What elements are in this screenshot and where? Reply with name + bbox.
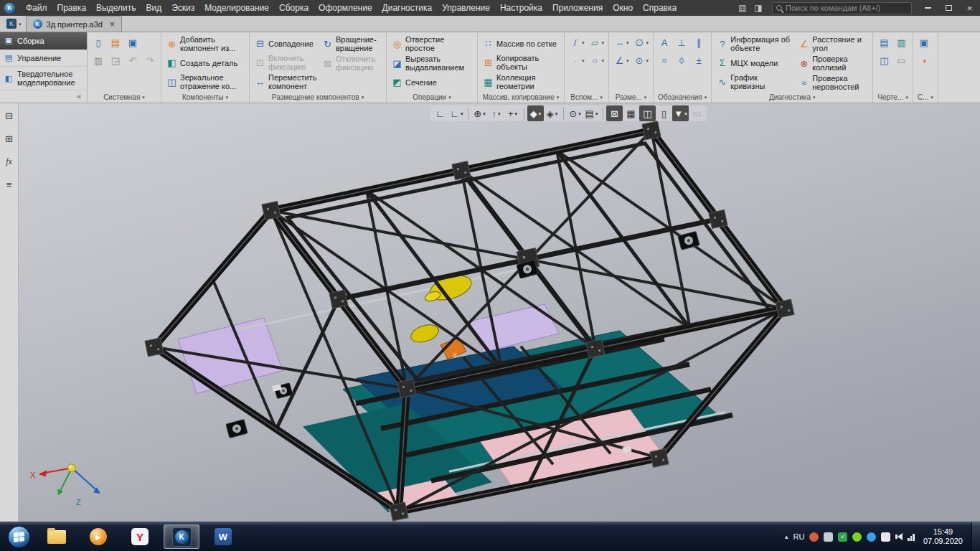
coordinate-system-button[interactable]: ∟: [432, 105, 448, 121]
object-filter-button[interactable]: ▼▾: [672, 105, 689, 121]
menu-modeling[interactable]: Моделирование: [199, 0, 274, 16]
tolerance-mark-button[interactable]: ±: [691, 52, 707, 68]
ribbon-group-label-auxiliary[interactable]: Вспом...▾: [567, 92, 606, 103]
print-button[interactable]: ▥: [90, 52, 106, 68]
menu-diagnostics[interactable]: Диагностика: [377, 0, 438, 16]
orientation-button[interactable]: ↑▾: [488, 105, 504, 121]
home-menu-button[interactable]: K ▾: [2, 17, 26, 31]
menu-select[interactable]: Выделить: [91, 0, 141, 16]
simple-hole-button[interactable]: ◎Отверстие простое: [390, 34, 474, 53]
redo-button[interactable]: ↷: [142, 52, 158, 68]
parallelism-mark-button[interactable]: ∥: [691, 34, 707, 50]
section-button[interactable]: ◩Сечение: [390, 73, 474, 91]
move-rotate-view-button[interactable]: +▾: [504, 105, 521, 121]
coincidence-button[interactable]: ⊟Совпадение: [253, 34, 319, 52]
linear-dimension-button[interactable]: ↔▾: [612, 34, 631, 50]
ribbon-group-label-designations[interactable]: Обозначения▾: [656, 92, 708, 103]
ribbon-group-label-system[interactable]: Системная▾: [90, 92, 158, 103]
3d-model-canvas[interactable]: X Z: [19, 103, 980, 522]
ribbon-group-label-drawing[interactable]: Черте...▾: [876, 92, 909, 103]
radial-dimension-button[interactable]: ⊙▾: [632, 52, 651, 68]
minimize-button[interactable]: [918, 0, 938, 16]
save-button[interactable]: ▣: [125, 34, 141, 50]
irregularity-check-button[interactable]: ≈Проверка неровностей: [796, 73, 870, 92]
show-desktop-button[interactable]: [971, 522, 980, 551]
document-tab[interactable]: K 3д принтер.a3d ×: [26, 16, 122, 32]
curvature-graph-button[interactable]: ∿График кривизны: [715, 72, 795, 91]
cloud-icon[interactable]: [867, 532, 876, 542]
language-indicator[interactable]: RU: [793, 532, 805, 541]
explorer-taskbar-button[interactable]: [39, 524, 75, 549]
create-part-button[interactable]: ◧Создать деталь: [164, 54, 246, 72]
menu-file[interactable]: Файл: [21, 0, 52, 16]
add-component-button[interactable]: ⊕Добавить компонент из...: [164, 34, 246, 53]
cut-extrude-button[interactable]: ◪Вырезать выдавливанием: [390, 54, 474, 72]
collision-check-button[interactable]: ⊗Проверка коллизий: [796, 54, 870, 72]
display-mode-button[interactable]: ◆▾: [527, 105, 544, 121]
interface-layout-icon[interactable]: ▤: [735, 1, 750, 14]
volume-icon[interactable]: [895, 533, 903, 540]
tab-close-icon[interactable]: ×: [110, 19, 115, 29]
perpendicularity-mark-button[interactable]: ⊥: [674, 34, 689, 50]
ribbon-group-label-diagnostics[interactable]: Диагностика▾: [715, 92, 870, 103]
ribbon-group-label-specification[interactable]: С...▾: [916, 92, 935, 103]
menu-view[interactable]: Вид: [141, 0, 166, 16]
menu-applications[interactable]: Приложения: [547, 0, 608, 16]
word-taskbar-button[interactable]: W: [205, 524, 241, 549]
roughness-mark-button[interactable]: ≈: [656, 52, 672, 68]
open-document-button[interactable]: ▤: [108, 34, 123, 50]
aux-axis-button[interactable]: /▾: [567, 34, 586, 50]
panel-management[interactable]: ▤ Управление: [0, 50, 87, 67]
drawing-tool-4-button[interactable]: ▭: [893, 52, 909, 68]
menu-management[interactable]: Управление: [437, 0, 495, 16]
object-info-button[interactable]: ?Информация об объекте: [715, 34, 795, 53]
drawing-tool-1-button[interactable]: ▤: [876, 34, 892, 50]
layout-grid-icon[interactable]: ⊞: [3, 132, 16, 145]
angle-dimension-button[interactable]: ∠▾: [612, 52, 631, 68]
search-input[interactable]: [786, 4, 908, 12]
menu-assembly[interactable]: Сборка: [274, 0, 314, 16]
clipboard-tray-icon[interactable]: [881, 532, 890, 542]
menu-design[interactable]: Оформление: [314, 0, 377, 16]
collapse-panels-button[interactable]: «: [0, 91, 87, 103]
zoom-button[interactable]: ⊕▾: [471, 105, 488, 121]
reference-icon[interactable]: ◨: [750, 1, 766, 14]
menu-settings[interactable]: Настройка: [495, 0, 547, 16]
mass-properties-button[interactable]: ΣМЦХ модели: [715, 54, 795, 72]
ribbon-group-label-dimensions[interactable]: Разме...▾: [612, 92, 650, 103]
hidden-icons-button[interactable]: ▴: [785, 533, 788, 540]
status-green-icon[interactable]: [852, 532, 862, 542]
aux-point-button[interactable]: ∙▾: [567, 52, 586, 68]
note-designation-button[interactable]: A: [656, 34, 672, 50]
copy-objects-button[interactable]: ⊞Копировать объекты: [481, 53, 561, 72]
display-options-button[interactable]: ◈▾: [544, 105, 560, 121]
command-search[interactable]: [772, 2, 912, 14]
model-viewport[interactable]: X Z ∟ ∟▾ ⊕▾ ↑▾ +▾ ◆▾ ◈▾ ⊙▾ ▤▾ ⊠ ▦: [19, 103, 980, 522]
datum-mark-button[interactable]: ◊: [674, 52, 689, 68]
aux-curve-button[interactable]: ○▾: [588, 52, 606, 68]
print-preview-button[interactable]: ◲: [108, 52, 123, 68]
close-button[interactable]: ×: [959, 0, 980, 16]
rotation-rotation-button[interactable]: ↻Вращение-вращение: [320, 34, 383, 53]
start-button[interactable]: [4, 522, 33, 551]
spec-tool-2-button[interactable]: ◑: [916, 52, 932, 68]
hide-objects-button[interactable]: ⊙▾: [567, 105, 583, 121]
local-coordinate-systems-button[interactable]: ∟▾: [448, 105, 465, 121]
device-icon[interactable]: [824, 532, 833, 542]
disable-fixation-button[interactable]: ⊠Отключить фиксацию: [320, 54, 383, 72]
geometry-collection-button[interactable]: ▦Коллекция геометрии: [481, 72, 561, 91]
drawing-tool-3-button[interactable]: ◫: [876, 52, 892, 68]
panel-assembly[interactable]: ▣ Сборка: [0, 32, 87, 50]
move-component-button[interactable]: ↔Переместить компонент: [253, 72, 319, 91]
ribbon-group-label-placement[interactable]: Размещение компонентов▾: [253, 92, 383, 103]
drawing-tool-2-button[interactable]: ▥: [893, 34, 909, 50]
clock[interactable]: 15:49 07.09.2020: [923, 527, 963, 546]
ribbon-group-label-components[interactable]: Компоненты▾: [164, 92, 246, 103]
model-tree-icon[interactable]: ⊟: [3, 109, 16, 122]
menu-help[interactable]: Справка: [638, 0, 682, 16]
restore-button[interactable]: [938, 0, 959, 16]
undo-button[interactable]: ↶: [125, 52, 141, 68]
variables-icon[interactable]: fx: [3, 155, 16, 168]
section-display-button[interactable]: ▦: [623, 105, 639, 121]
aux-plane-button[interactable]: ▱▾: [588, 34, 606, 50]
